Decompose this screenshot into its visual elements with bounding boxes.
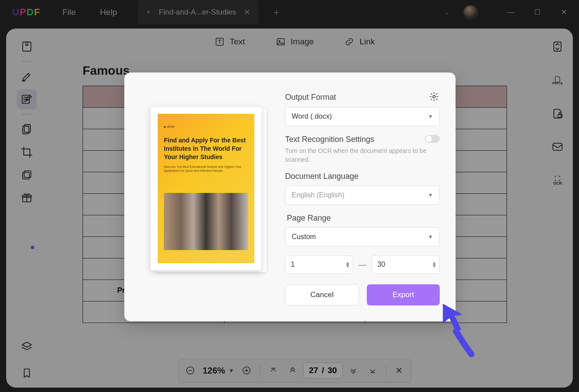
range-to-input[interactable]: 30 ▲▼ xyxy=(372,255,440,274)
range-from-input[interactable]: 1 ▲▼ xyxy=(285,255,353,274)
export-button[interactable]: Export xyxy=(367,284,440,305)
thumb-image xyxy=(164,193,248,250)
page-range-label: Page Range xyxy=(287,214,331,223)
step-down-icon[interactable]: ▼ xyxy=(345,265,350,268)
ocr-description: Turn on the OCR when the document appear… xyxy=(285,147,440,164)
svg-point-16 xyxy=(433,95,435,98)
chevron-down-icon: ▼ xyxy=(428,113,433,120)
thumb-subtitle: Discover The Best Educational Institute … xyxy=(164,165,248,173)
chevron-down-icon: ▼ xyxy=(428,234,433,240)
page-range-select[interactable]: Custom▼ xyxy=(285,227,440,247)
thumb-title: Find and Apply For the Best Institutes I… xyxy=(164,136,248,161)
document-thumbnail: ■ UPDF Find and Apply For the Best Insti… xyxy=(151,107,261,270)
language-label: Document Language xyxy=(285,172,358,181)
output-format-select[interactable]: Word (.docx)▼ xyxy=(285,107,440,126)
step-down-icon[interactable]: ▼ xyxy=(432,265,437,268)
language-select[interactable]: English (English)▼ xyxy=(285,185,440,205)
range-dash: — xyxy=(358,260,366,269)
output-format-label: Output Format xyxy=(285,93,336,102)
cancel-button[interactable]: Cancel xyxy=(285,284,359,305)
chevron-down-icon: ▼ xyxy=(428,192,433,198)
settings-gear-icon[interactable] xyxy=(429,92,440,102)
ocr-toggle[interactable] xyxy=(425,135,440,143)
ocr-label: Text Recognition Settings xyxy=(285,135,374,144)
export-dialog: ■ UPDF Find and Apply For the Best Insti… xyxy=(124,73,456,321)
